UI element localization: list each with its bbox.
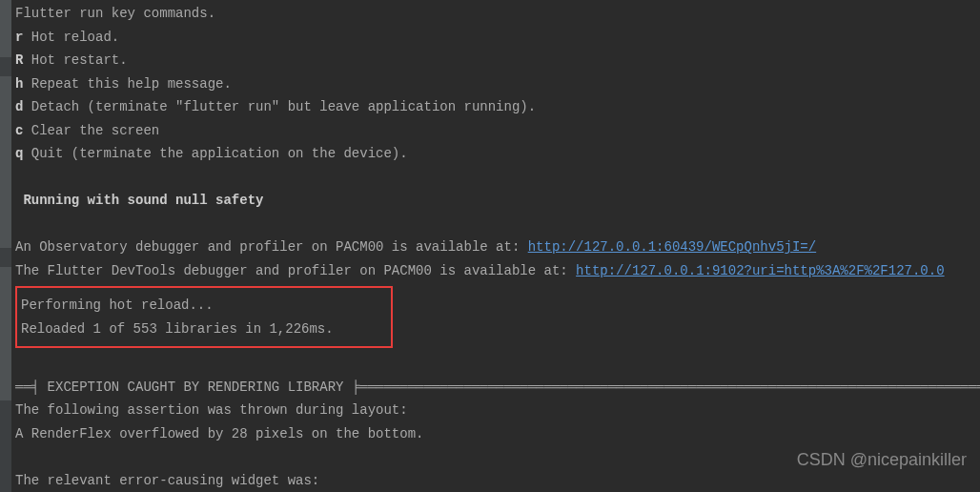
console-line: c Clear the screen — [15, 119, 980, 143]
console-line: h Repeat this help message. — [15, 72, 980, 96]
console-output[interactable]: Flutter run key commands. r Hot reload. … — [15, 0, 980, 492]
devtools-link[interactable]: http://127.0.0.1:9102?uri=http%3A%2F%2F1… — [576, 263, 944, 278]
cmd-desc: Hot reload. — [23, 30, 119, 45]
obs-text: An Observatory debugger and profiler on … — [15, 239, 528, 255]
console-line: r Hot reload. — [15, 26, 980, 50]
div-left: ══╡ — [15, 379, 48, 395]
watermark: CSDN @nicepainkiller — [797, 445, 967, 476]
console-line: Flutter run key commands. — [15, 2, 980, 26]
cmd-desc: Clear the screen — [23, 123, 159, 138]
div-right: ╞═══════════════════════════════════════… — [343, 379, 980, 395]
sidebar-tab[interactable] — [0, 0, 11, 57]
devtools-text: The Flutter DevTools debugger and profil… — [15, 263, 576, 278]
console-line: d Detach (terminate "flutter run" but le… — [15, 95, 980, 119]
null-safety-line: Running with sound null safety — [15, 189, 980, 213]
exception-divider: ══╡ EXCEPTION CAUGHT BY RENDERING LIBRAR… — [15, 376, 980, 400]
left-sidebar — [0, 0, 11, 492]
reload-line: Reloaded 1 of 553 libraries in 1,226ms. — [21, 318, 387, 341]
cmd-desc: Quit (terminate the application on the d… — [23, 146, 407, 161]
devtools-line: The Flutter DevTools debugger and profil… — [15, 259, 980, 283]
exception-line: A RenderFlex overflowed by 28 pixels on … — [15, 422, 980, 446]
cmd-desc: Repeat this help message. — [23, 76, 231, 92]
sidebar-tab[interactable] — [0, 76, 11, 248]
console-line: q Quit (terminate the application on the… — [15, 142, 980, 166]
cmd-desc: Detach (terminate "flutter run" but leav… — [23, 99, 536, 114]
sidebar-tab[interactable] — [0, 267, 11, 400]
exception-title: EXCEPTION CAUGHT BY RENDERING LIBRARY — [48, 379, 344, 395]
reload-line: Performing hot reload... — [21, 294, 387, 318]
exception-line: The following assertion was thrown durin… — [15, 399, 980, 422]
console-line: R Hot restart. — [15, 49, 980, 72]
highlight-annotation: Performing hot reload... Reloaded 1 of 5… — [15, 286, 393, 348]
observatory-link[interactable]: http://127.0.0.1:60439/WECpQnhv5jI=/ — [528, 239, 816, 255]
cmd-desc: Hot restart. — [23, 52, 127, 68]
observatory-line: An Observatory debugger and profiler on … — [15, 236, 980, 259]
